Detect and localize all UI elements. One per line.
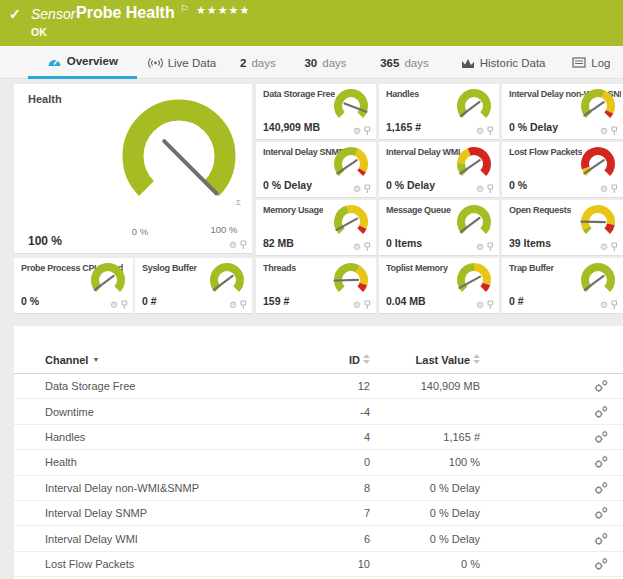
gauge xyxy=(576,145,620,185)
gauge-arc-green xyxy=(338,267,358,289)
channel-settings-icon[interactable] xyxy=(593,532,609,546)
channel-settings-icon[interactable] xyxy=(593,481,609,495)
gear-icon[interactable]: ⚙ xyxy=(600,243,608,252)
gear-icon[interactable]: ⚙ xyxy=(353,243,361,252)
gear-icon[interactable]: ⚙ xyxy=(600,301,608,310)
gauge-arc-red xyxy=(360,227,363,231)
gear-icon[interactable]: ⚙ xyxy=(476,127,484,136)
tab-live-data[interactable]: Live Data xyxy=(137,46,228,79)
channel-settings-icon[interactable] xyxy=(593,557,609,571)
pin-icon[interactable] xyxy=(610,184,618,194)
id-cell: 7 xyxy=(315,507,370,519)
health-gauge-card: Health 0 % 100 % Σ 100 % ⚙ xyxy=(14,84,252,254)
column-header-channel[interactable]: Channel ▼ xyxy=(45,354,315,366)
pin-icon[interactable] xyxy=(363,126,371,136)
gauge-min-label: 0 % xyxy=(122,226,158,237)
id-cell: -4 xyxy=(315,406,370,418)
gear-icon[interactable]: ⚙ xyxy=(476,243,484,252)
gauge-card-trap-buffer: Trap Buffer0 #⚙ xyxy=(502,258,623,314)
gauge-card-toplist-memory: Toplist Memory0.04 MB⚙ xyxy=(379,258,499,314)
gauge xyxy=(576,203,620,243)
health-gauge xyxy=(104,92,254,214)
channel-settings-icon[interactable] xyxy=(593,455,609,469)
flag-icon: ⚐ xyxy=(180,3,189,14)
gauge-arc-red xyxy=(607,224,611,231)
gauge-value: 140,909 MB xyxy=(263,121,320,133)
gauge-title: Interval Delay WMI xyxy=(386,147,460,157)
gauge-card-memory-usage: Memory Usage82 MB⚙ xyxy=(256,200,376,256)
gauge-card-threads: Threads159 #⚙ xyxy=(256,258,376,314)
channel-table-header: Channel ▼ ID Last Value xyxy=(14,346,623,374)
gear-icon[interactable]: ⚙ xyxy=(353,185,361,194)
sensor-header: ✓ Sensor Probe Health ⚐ ★★★★★ OK xyxy=(0,0,623,46)
id-cell: 10 xyxy=(315,558,370,570)
gear-icon[interactable]: ⚙ xyxy=(353,301,361,310)
gauge-card-probe-process-cpu-load: Probe Process CPU Load0 %⚙ xyxy=(14,258,133,314)
priority-stars[interactable]: ★★★★★ xyxy=(196,4,250,17)
gauge-value: 0.04 MB xyxy=(386,295,426,307)
tab-30-days[interactable]: 30days xyxy=(289,46,363,79)
gear-icon[interactable]: ⚙ xyxy=(600,185,608,194)
channel-settings-icon[interactable] xyxy=(593,405,609,419)
gear-icon[interactable]: ⚙ xyxy=(229,301,237,310)
gauge-arc-red xyxy=(483,284,486,289)
gear-icon[interactable]: ⚙ xyxy=(110,301,118,310)
pin-icon[interactable] xyxy=(486,242,494,252)
column-header-id[interactable]: ID xyxy=(315,354,370,366)
gauge-value: 39 Items xyxy=(509,237,551,249)
tab-365-days[interactable]: 365days xyxy=(363,46,447,79)
channel-cell: Handles xyxy=(45,431,315,443)
pin-icon[interactable] xyxy=(239,240,247,250)
tab-overview[interactable]: Overview xyxy=(28,46,137,79)
pin-icon[interactable] xyxy=(610,126,618,136)
channel-settings-icon[interactable] xyxy=(593,379,609,393)
gauge xyxy=(329,87,373,127)
pin-icon[interactable] xyxy=(486,300,494,310)
gear-icon[interactable]: ⚙ xyxy=(600,127,608,136)
channel-settings-icon[interactable] xyxy=(593,430,609,444)
table-row: Health0100 % xyxy=(14,450,623,475)
pin-icon[interactable] xyxy=(486,126,494,136)
table-row: Data Storage Free12140,909 MB xyxy=(14,374,623,399)
gauge-value: 0 % Delay xyxy=(386,179,435,191)
gauge-arc-green xyxy=(133,110,225,189)
gauge-title: Syslog Buffer xyxy=(142,263,197,273)
gear-icon[interactable]: ⚙ xyxy=(476,185,484,194)
pin-icon[interactable] xyxy=(363,300,371,310)
pin-icon[interactable] xyxy=(363,242,371,252)
pin-icon[interactable] xyxy=(239,300,247,310)
gauge xyxy=(329,145,373,185)
channel-cell: Interval Delay WMI xyxy=(45,533,315,545)
gauge-card-lost-flow-packets: Lost Flow Packets0 %⚙ xyxy=(502,142,623,198)
gauge-card-syslog-buffer: Syslog Buffer0 #⚙ xyxy=(135,258,252,314)
gear-icon[interactable]: ⚙ xyxy=(229,241,237,250)
column-header-last-value[interactable]: Last Value xyxy=(370,354,480,366)
status-check-icon: ✓ xyxy=(9,6,21,22)
tab-log[interactable]: Log xyxy=(560,46,623,79)
pin-icon[interactable] xyxy=(610,300,618,310)
gauge xyxy=(452,87,496,127)
id-cell: 8 xyxy=(315,482,370,494)
channel-settings-icon[interactable] xyxy=(593,506,609,520)
tab-historic-data[interactable]: Historic Data xyxy=(446,46,559,79)
gauge-arc-red xyxy=(607,112,609,115)
id-cell: 6 xyxy=(315,533,370,545)
gauge xyxy=(329,261,373,301)
pin-icon[interactable] xyxy=(363,184,371,194)
last-value-cell: 0 % Delay xyxy=(370,482,480,494)
gauge-title: Trap Buffer xyxy=(509,263,554,273)
last-value-cell: 100 % xyxy=(370,456,480,468)
gear-icon[interactable]: ⚙ xyxy=(476,301,484,310)
historic-data-icon xyxy=(461,57,475,69)
tab-2-days[interactable]: 2days xyxy=(227,46,288,79)
health-gauge-title: Health xyxy=(28,93,62,105)
pin-icon[interactable] xyxy=(610,242,618,252)
gauge-value: 0 % xyxy=(21,295,39,307)
gear-icon[interactable]: ⚙ xyxy=(353,127,361,136)
gauge xyxy=(104,92,254,210)
pin-icon[interactable] xyxy=(120,300,128,310)
gauge-card-interval-delay-non-wmi-snmp: Interval Delay non-WMI&SNMP0 % Delay⚙ xyxy=(502,84,623,140)
gauge-arc-yellow xyxy=(474,267,487,284)
gauge-card-data-storage-free: Data Storage Free140,909 MB⚙ xyxy=(256,84,376,140)
pin-icon[interactable] xyxy=(486,184,494,194)
